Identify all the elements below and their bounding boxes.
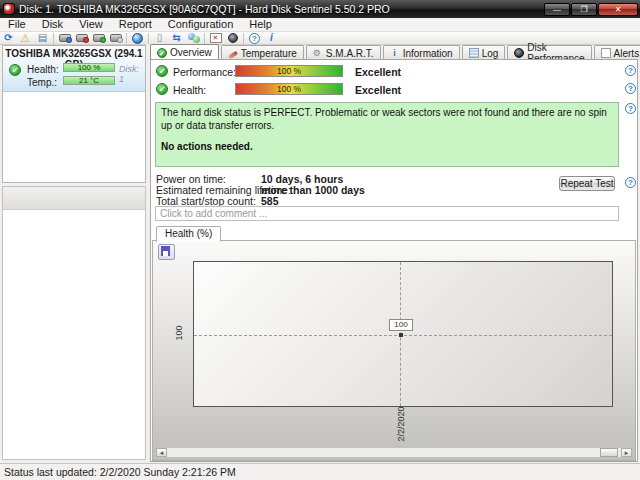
menu-file[interactable]: File [0, 18, 34, 31]
network-icon[interactable] [185, 32, 202, 44]
panel-icon[interactable]: ▯ [151, 32, 168, 44]
gridline-horizontal [194, 335, 612, 336]
tab-log[interactable]: Log [462, 45, 506, 60]
disk-ok-icon[interactable] [90, 32, 107, 44]
tab-alerts-label: Alerts [614, 48, 640, 59]
disc-icon[interactable] [224, 32, 241, 44]
save-chart-button[interactable] [158, 244, 175, 260]
close-button[interactable]: ✕ [598, 3, 638, 16]
sidebar-lower-panel-header[interactable] [3, 187, 145, 210]
performance-bar: 100 % [235, 65, 343, 77]
performance-rating: Excellent [355, 66, 401, 78]
data-point [399, 333, 403, 337]
toolbar-separator [126, 33, 127, 44]
y-axis-tick: 100 [174, 318, 184, 348]
report-icon[interactable]: ▤ [34, 32, 51, 44]
tab-information[interactable]: i Information [383, 45, 460, 60]
sidebar-health-bar: 100 % [63, 63, 115, 72]
information-icon: i [390, 48, 400, 58]
menubar: File Disk View Report Configuration Help [0, 18, 640, 32]
warning-icon[interactable]: ⚠ [17, 32, 34, 44]
status-box: The hard disk status is PERFECT. Problem… [155, 102, 619, 167]
app-icon [3, 3, 15, 15]
tab-temperature-label: Temperature [241, 48, 297, 59]
toolbar-separator [204, 33, 205, 44]
tab-log-label: Log [482, 48, 499, 59]
sidebar-temp-label: Temp.: [27, 77, 57, 88]
disk-search-icon[interactable] [107, 32, 124, 44]
health-chart-panel: 100 100 2/2/2020 ◄ ► [152, 240, 636, 461]
tab-smart-label: S.M.A.R.T. [326, 48, 374, 59]
toolbar-separator [148, 33, 149, 44]
tab-overview[interactable]: ✔ Overview [150, 44, 219, 60]
health-bar: 100 % [235, 83, 343, 95]
tab-disk-performance[interactable]: Disk Performance [507, 45, 591, 60]
alerts-icon [601, 48, 611, 58]
data-point-label: 100 [389, 319, 413, 331]
tab-smart[interactable]: ⚙ S.M.A.R.T. [306, 45, 381, 60]
info-icon[interactable]: i [263, 32, 280, 44]
toolbar-separator [53, 33, 54, 44]
sidebar-health-label: Health: [27, 64, 59, 75]
health-rating: Excellent [355, 84, 401, 96]
disk-ok-check-icon: ✔ [9, 64, 21, 76]
scroll-right-arrow[interactable]: ► [621, 448, 632, 457]
sync-icon[interactable]: ⇆ [168, 32, 185, 44]
health-check-icon: ✔ [156, 83, 168, 95]
tab-overview-label: Overview [170, 47, 212, 58]
window-title: Disk: 1. TOSHIBA MK3265GSX [90A6C7QQT] -… [19, 3, 543, 15]
titlebar[interactable]: Disk: 1. TOSHIBA MK3265GSX [90A6C7QQT] -… [0, 0, 640, 18]
tab-alerts[interactable]: Alerts [594, 45, 640, 60]
status-action: No actions needed. [161, 140, 613, 153]
disk-performance-icon [514, 48, 524, 58]
scroll-left-arrow[interactable]: ◄ [156, 448, 167, 457]
performance-check-icon: ✔ [156, 65, 168, 77]
x-axis-tick: 2/2/2020 [396, 402, 406, 446]
menu-report[interactable]: Report [111, 18, 160, 31]
maximize-button[interactable]: ❐ [571, 3, 597, 16]
disk-list: TOSHIBA MK3265GSX (294.1 GB) ✔ Health: 1… [2, 45, 146, 183]
scroll-thumb[interactable] [600, 448, 618, 457]
health-label: Health: [173, 84, 206, 96]
repeat-test-button[interactable]: Repeat Test [559, 176, 615, 191]
performance-label: Performance: [173, 66, 236, 78]
status-help-icon[interactable]: ? [625, 103, 636, 114]
disk-error-icon[interactable] [73, 32, 90, 44]
disk-number: Disk: 1 [119, 64, 145, 84]
repeat-test-help-icon[interactable]: ? [625, 177, 636, 188]
disk-card-toshiba[interactable]: TOSHIBA MK3265GSX (294.1 GB) ✔ Health: 1… [3, 46, 145, 92]
menu-disk[interactable]: Disk [34, 18, 71, 31]
smart-icon: ⚙ [313, 48, 323, 58]
help-icon[interactable]: ? [246, 32, 263, 44]
sidebar-temp-bar: 21 °C [63, 76, 115, 85]
chart-tab-health[interactable]: Health (%) [156, 226, 221, 242]
tab-temperature[interactable]: Temperature [221, 45, 304, 60]
chart-error-icon[interactable]: ✕ [207, 32, 224, 44]
overview-check-icon: ✔ [157, 48, 167, 58]
status-text: The hard disk status is PERFECT. Problem… [161, 106, 613, 132]
thermometer-icon [227, 50, 237, 59]
menu-help[interactable]: Help [241, 18, 280, 31]
chart-scrollbar[interactable]: ◄ ► [155, 447, 633, 458]
health-chart-plot: 100 [193, 261, 613, 407]
overview-panel: ✔ Performance: 100 % Excellent ? ✔ Healt… [150, 59, 638, 462]
tabbar: ✔ Overview Temperature ⚙ S.M.A.R.T. i In… [150, 44, 638, 60]
menu-configuration[interactable]: Configuration [160, 18, 241, 31]
log-icon [469, 48, 479, 58]
health-help-icon[interactable]: ? [625, 83, 636, 94]
statusbar: Status last updated: 2/2/2020 Sunday 2:2… [0, 463, 640, 480]
refresh-icon[interactable]: ⟳ [0, 32, 17, 44]
tab-information-label: Information [403, 48, 453, 59]
sidebar-lower-panel [2, 186, 146, 460]
toolbar-separator [243, 33, 244, 44]
comment-input[interactable] [155, 206, 619, 221]
minimize-button[interactable]: — [544, 3, 570, 16]
performance-help-icon[interactable]: ? [625, 65, 636, 76]
globe-icon[interactable] [129, 32, 146, 44]
menu-view[interactable]: View [71, 18, 111, 31]
disk-schedule-icon[interactable] [56, 32, 73, 44]
